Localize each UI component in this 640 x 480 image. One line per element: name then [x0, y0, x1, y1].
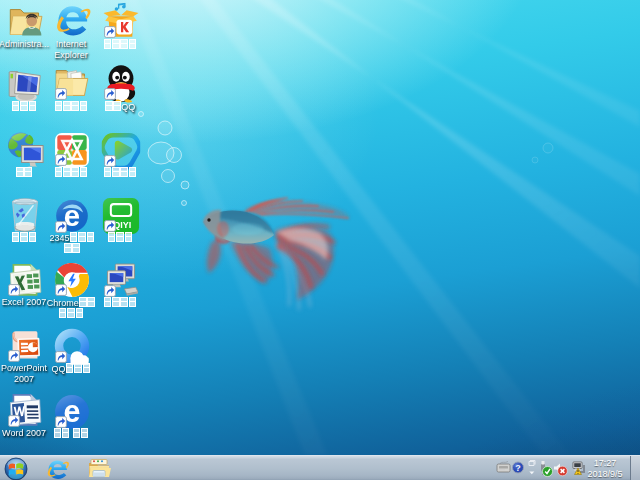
svg-text:?: ?	[515, 463, 521, 473]
